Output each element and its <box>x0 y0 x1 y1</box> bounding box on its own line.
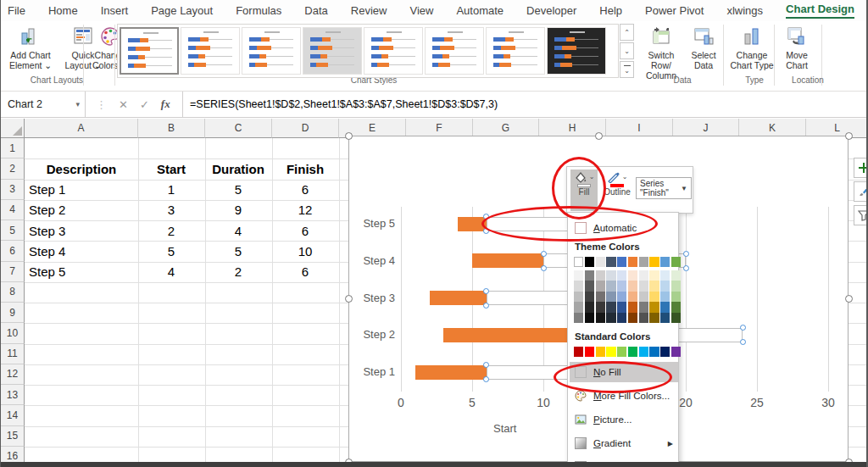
chart-style-thumbnail-8[interactable] <box>547 27 606 75</box>
finish-bar[interactable] <box>487 291 572 305</box>
tab-formulas[interactable]: Formulas <box>236 4 281 17</box>
variant-color-swatch[interactable] <box>628 313 637 323</box>
theme-color-swatch[interactable] <box>649 257 659 267</box>
gallery-scroll-up[interactable]: ⌃ <box>620 24 634 41</box>
standard-color-swatch[interactable] <box>649 347 659 357</box>
variant-color-swatch[interactable] <box>574 270 583 281</box>
row-header-15[interactable]: 15 <box>1 426 25 447</box>
variant-color-swatch[interactable] <box>617 313 626 323</box>
selection-handle[interactable] <box>483 288 489 294</box>
row-header-7[interactable]: 7 <box>1 262 25 282</box>
tab-data[interactable]: Data <box>304 4 327 17</box>
standard-color-swatch[interactable] <box>660 347 670 357</box>
cancel-icon[interactable]: ✕ <box>119 98 128 111</box>
chart-frame-handle[interactable] <box>345 132 353 140</box>
row-header-5[interactable]: 5 <box>1 220 25 241</box>
variant-color-swatch[interactable] <box>639 302 648 312</box>
column-header-D[interactable]: D <box>272 119 339 138</box>
chart-style-thumbnail-1[interactable] <box>120 27 179 75</box>
chart-style-thumbnail-6[interactable] <box>425 27 484 75</box>
theme-color-swatch[interactable] <box>585 257 594 267</box>
tab-developer[interactable]: Developer <box>526 4 576 17</box>
variant-color-swatch[interactable] <box>585 270 594 281</box>
tab-file[interactable]: File <box>8 4 25 17</box>
switch-row-column-button[interactable]: Switch Row/ Column <box>638 24 684 76</box>
standard-color-swatch[interactable] <box>596 347 605 357</box>
selection-handle[interactable] <box>483 376 489 382</box>
standard-color-swatch[interactable] <box>606 347 615 357</box>
select-data-button[interactable]: Select Data <box>684 24 723 76</box>
selection-handle[interactable] <box>740 339 746 345</box>
chart-elements-button[interactable] <box>854 158 868 178</box>
variant-color-swatch[interactable] <box>596 270 605 281</box>
variant-color-swatch[interactable] <box>671 281 681 291</box>
theme-color-swatch[interactable] <box>660 257 670 267</box>
standard-color-swatch[interactable] <box>671 347 681 357</box>
tab-view[interactable]: View <box>409 4 433 17</box>
variant-color-swatch[interactable] <box>596 302 605 312</box>
tab-page-layout[interactable]: Page Layout <box>151 4 213 17</box>
variant-color-swatch[interactable] <box>585 292 594 302</box>
variant-color-swatch[interactable] <box>639 281 648 291</box>
variant-color-swatch[interactable] <box>649 270 659 281</box>
tab-help[interactable]: Help <box>599 4 622 17</box>
variant-color-swatch[interactable] <box>617 270 626 281</box>
row-header-12[interactable]: 12 <box>1 364 25 385</box>
variant-color-swatch[interactable] <box>574 281 583 291</box>
variant-color-swatch[interactable] <box>660 292 670 302</box>
row-header-4[interactable]: 4 <box>1 200 25 220</box>
variant-color-swatch[interactable] <box>649 281 659 291</box>
name-box[interactable]: Chart 2 ▾ <box>1 92 86 117</box>
variant-color-swatch[interactable] <box>671 270 681 281</box>
enter-icon[interactable]: ✓ <box>140 98 149 111</box>
selection-handle[interactable] <box>683 265 689 271</box>
tab-automate[interactable]: Automate <box>456 4 504 17</box>
theme-color-swatch[interactable] <box>606 257 615 267</box>
variant-color-swatch[interactable] <box>628 302 637 312</box>
change-chart-type-button[interactable]: Change Chart Type <box>728 24 776 76</box>
chart-style-thumbnail-2[interactable] <box>181 27 240 75</box>
tab-home[interactable]: Home <box>48 4 78 17</box>
row-header-11[interactable]: 11 <box>1 344 25 364</box>
standard-color-swatch[interactable] <box>628 347 637 357</box>
variant-color-swatch[interactable] <box>574 313 583 323</box>
theme-color-swatch[interactable] <box>639 257 648 267</box>
select-all-corner[interactable] <box>1 119 25 138</box>
variant-color-swatch[interactable] <box>596 313 605 323</box>
insert-function-icon[interactable]: fx <box>161 97 170 111</box>
tab-power-pivot[interactable]: Power Pivot <box>645 4 704 17</box>
selection-handle[interactable] <box>541 251 547 257</box>
row-header-6[interactable]: 6 <box>1 241 25 261</box>
variant-color-swatch[interactable] <box>639 270 648 281</box>
selection-handle[interactable] <box>740 325 746 331</box>
tab-review[interactable]: Review <box>351 4 387 17</box>
chart-frame-handle[interactable] <box>845 295 853 303</box>
variant-color-swatch[interactable] <box>671 292 681 302</box>
variant-color-swatch[interactable] <box>649 302 659 312</box>
theme-color-swatch[interactable] <box>617 257 626 267</box>
variant-color-swatch[interactable] <box>628 292 637 302</box>
gallery-more[interactable]: ⌄ <box>620 61 634 78</box>
theme-color-swatch[interactable] <box>671 257 681 267</box>
variant-color-swatch[interactable] <box>617 302 626 312</box>
variant-color-swatch[interactable] <box>660 281 670 291</box>
chart-frame-handle[interactable] <box>345 295 353 303</box>
chart-frame-handle[interactable] <box>595 132 603 140</box>
standard-color-swatch[interactable] <box>585 347 594 357</box>
variant-color-swatch[interactable] <box>649 292 659 302</box>
variant-color-swatch[interactable] <box>606 313 615 323</box>
row-header-10[interactable]: 10 <box>1 323 25 343</box>
column-header-A[interactable]: A <box>25 119 138 138</box>
row-header-1[interactable]: 1 <box>1 138 25 158</box>
variant-color-swatch[interactable] <box>649 313 659 323</box>
formula-input[interactable]: =SERIES(Sheet1!$D$2,Sheet1!$A$3:$A$7,She… <box>183 92 868 117</box>
row-header-14[interactable]: 14 <box>1 405 25 425</box>
row-header-2[interactable]: 2 <box>1 158 25 179</box>
selection-handle[interactable] <box>683 251 689 257</box>
selection-handle[interactable] <box>483 303 489 309</box>
tab-insert[interactable]: Insert <box>101 4 129 17</box>
move-chart-button[interactable]: Move Chart <box>777 24 816 76</box>
variant-color-swatch[interactable] <box>596 292 605 302</box>
variant-color-swatch[interactable] <box>671 313 681 323</box>
variant-color-swatch[interactable] <box>671 302 681 312</box>
